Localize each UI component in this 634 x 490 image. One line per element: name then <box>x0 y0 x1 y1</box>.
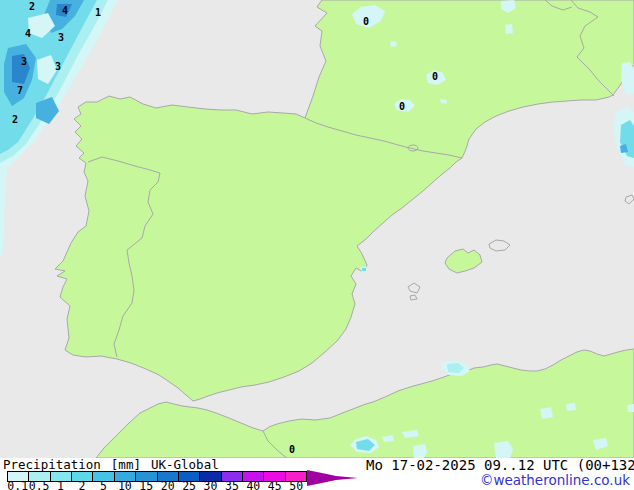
legend-tick-30: 30 <box>200 480 221 490</box>
legend-tick-25: 25 <box>178 480 199 490</box>
legend-tick-40: 40 <box>243 480 264 490</box>
legend-tick-2: 2 <box>71 480 92 490</box>
legend-tick-labels: 0.10.5125101520253035404550 <box>7 480 307 490</box>
legend-tick-15: 15 <box>136 480 157 490</box>
copyright-watermark: ©weatheronline.co.uk <box>480 472 630 488</box>
legend-unit: [mm] <box>111 457 141 472</box>
weather-map-screen: 2414333720000 Precipitation[mm]UK-Global… <box>0 0 634 490</box>
legend-tick-20: 20 <box>157 480 178 490</box>
map-graphic <box>0 0 634 458</box>
legend-bar: Precipitation[mm]UK-Global 0.10.51251015… <box>0 458 634 490</box>
precip-patch-valencia-core <box>362 268 366 271</box>
legend-tick-45: 45 <box>264 480 285 490</box>
precipitation-map: 2414333720000 <box>0 0 634 458</box>
forecast-datetime: Mo 17-02-2025 09..12 UTC (00+132 <box>366 457 634 473</box>
legend-tick-50: 50 <box>285 480 306 490</box>
legend-tick-35: 35 <box>221 480 242 490</box>
legend-model: UK-Global <box>151 457 219 472</box>
legend-parameter: Precipitation <box>3 457 101 472</box>
legend-tick-0.5: 0.5 <box>28 480 49 490</box>
legend-tick-0.1: 0.1 <box>7 480 28 490</box>
legend-title: Precipitation[mm]UK-Global <box>3 457 219 472</box>
legend-tick-1: 1 <box>50 480 71 490</box>
legend-arrow-icon <box>306 469 362 487</box>
legend-tick-5: 5 <box>93 480 114 490</box>
legend-tick-10: 10 <box>114 480 135 490</box>
